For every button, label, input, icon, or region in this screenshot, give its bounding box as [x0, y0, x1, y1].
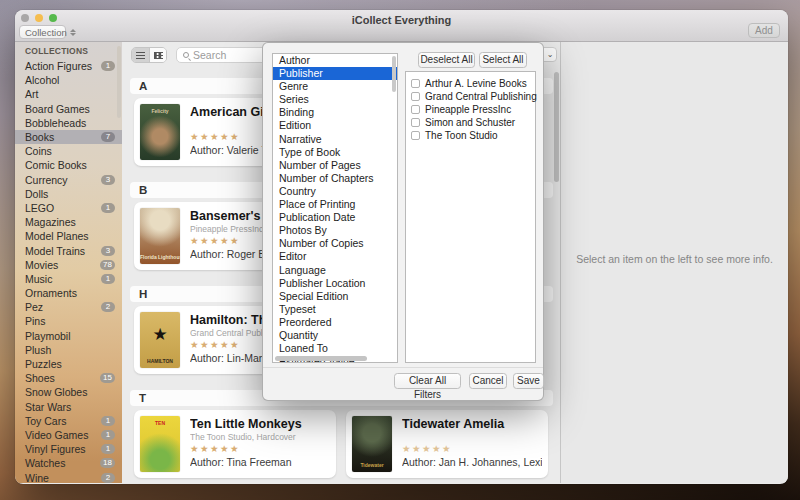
sidebar-item-puzzles[interactable]: Puzzles — [15, 357, 122, 371]
filter-field-publication-date[interactable]: Publication Date — [273, 211, 397, 224]
sidebar-item-wine[interactable]: Wine2 — [15, 470, 122, 483]
sidebar-item-comic-books[interactable]: Comic Books — [15, 158, 122, 172]
sidebar-item-shoes[interactable]: Shoes15 — [15, 371, 122, 385]
option-checkbox[interactable] — [411, 92, 420, 101]
sidebar-item-label: Coins — [25, 145, 52, 157]
add-button[interactable]: Add — [748, 23, 780, 38]
sidebar-item-label: Alcohol — [25, 74, 59, 86]
filter-field-publisher-location[interactable]: Publisher Location — [273, 277, 397, 290]
filter-field-number-of-chapters[interactable]: Number of Chapters — [273, 172, 397, 185]
filter-field-preordered[interactable]: Preordered — [273, 316, 397, 329]
filter-field-narrative[interactable]: Narrative — [273, 133, 397, 146]
option-checkbox[interactable] — [411, 105, 420, 114]
filter-field-series[interactable]: Series — [273, 93, 397, 106]
sidebar-item-label: Wine — [25, 472, 49, 483]
filter-field-binding[interactable]: Binding — [273, 106, 397, 119]
cancel-button[interactable]: Cancel — [469, 373, 507, 389]
book-card-tidewater-amelia[interactable]: TidewaterTidewater Amelia★★★★★Author: Ja… — [346, 410, 548, 478]
save-button[interactable]: Save — [513, 373, 544, 389]
filter-field-edition[interactable]: Edition — [273, 119, 397, 132]
list-scrollbar[interactable] — [554, 72, 559, 182]
filter-field-language[interactable]: Language — [273, 264, 397, 277]
filter-field-place-of-printing[interactable]: Place of Printing — [273, 198, 397, 211]
sidebar-item-dolls[interactable]: Dolls — [15, 187, 122, 201]
updown-arrows-icon — [70, 29, 76, 36]
filter-option-grand-central-publishing[interactable]: Grand Central Publishing — [411, 90, 535, 103]
field-list-scrollbar[interactable] — [392, 56, 396, 92]
filter-option-simon-and-schuster[interactable]: Simon and Schuster — [411, 116, 535, 129]
filter-field-country[interactable]: Country — [273, 185, 397, 198]
book-card-ten-little-monkeys[interactable]: TENTen Little MonkeysThe Toon Studio, Ha… — [134, 410, 336, 478]
option-checkbox[interactable] — [411, 79, 420, 88]
filter-field-typeset[interactable]: Typeset — [273, 303, 397, 316]
option-checkbox[interactable] — [411, 131, 420, 140]
count-badge: 78 — [100, 260, 115, 270]
sort-button[interactable]: ⌄ — [543, 47, 557, 62]
sidebar-item-art[interactable]: Art — [15, 87, 122, 101]
sidebar-item-pez[interactable]: Pez2 — [15, 300, 122, 314]
sidebar-item-alcohol[interactable]: Alcohol — [15, 73, 122, 87]
cards-row: TENTen Little MonkeysThe Toon Studio, Ha… — [130, 410, 553, 478]
sidebar-item-vinyl-figures[interactable]: Vinyl Figures1 — [15, 442, 122, 456]
sidebar-item-books[interactable]: Books7 — [15, 130, 122, 144]
filter-field-number-of-copies[interactable]: Number of Copies — [273, 237, 397, 250]
filter-option-pineapple-pressinc[interactable]: Pineapple PressInc — [411, 103, 535, 116]
sidebar-item-board-games[interactable]: Board Games — [15, 102, 122, 116]
sidebar-item-snow-globes[interactable]: Snow Globes — [15, 385, 122, 399]
sidebar-item-bobbleheads[interactable]: Bobbleheads — [15, 116, 122, 130]
sidebar-item-video-games[interactable]: Video Games1 — [15, 428, 122, 442]
filter-field-type-of-book[interactable]: Type of Book — [273, 146, 397, 159]
deselect-all-button[interactable]: Deselect All — [418, 52, 475, 68]
sidebar-item-star-wars[interactable]: Star Wars — [15, 400, 122, 414]
book-publisher: The Toon Studio, Hardcover — [190, 432, 330, 443]
sidebar-item-label: Snow Globes — [25, 386, 87, 398]
sidebar-item-lego[interactable]: LEGO1 — [15, 201, 122, 215]
filter-dialog: AuthorPublisherGenreSeriesBindingEdition… — [262, 42, 544, 401]
list-view-button[interactable] — [132, 48, 149, 62]
sidebar-item-action-figures[interactable]: Action Figures1 — [15, 59, 122, 73]
sidebar-item-model-planes[interactable]: Model Planes — [15, 229, 122, 243]
sidebar-item-watches[interactable]: Watches18 — [15, 456, 122, 470]
sidebar-item-currency[interactable]: Currency3 — [15, 173, 122, 187]
filter-field-number-of-pages[interactable]: Number of Pages — [273, 159, 397, 172]
sidebar-item-coins[interactable]: Coins — [15, 144, 122, 158]
sidebar-list: Action Figures1AlcoholArtBoard GamesBobb… — [15, 59, 122, 483]
sidebar-item-label: Board Games — [25, 103, 90, 115]
filter-option-arthur-a-levine-books[interactable]: Arthur A. Levine Books — [411, 77, 535, 90]
book-cover: TEN — [140, 416, 180, 472]
count-badge: 1 — [101, 430, 115, 440]
filter-field-special-edition[interactable]: Special Edition — [273, 290, 397, 303]
filter-field-genre[interactable]: Genre — [273, 80, 397, 93]
sidebar-scrollbar[interactable] — [117, 46, 121, 118]
option-checkbox[interactable] — [411, 118, 420, 127]
filter-field-loaned-to[interactable]: Loaned To — [273, 342, 397, 355]
rating-stars: ★★★★★ — [190, 443, 330, 456]
count-badge: 1 — [101, 61, 115, 71]
sidebar-item-music[interactable]: Music1 — [15, 272, 122, 286]
sidebar-item-toy-cars[interactable]: Toy Cars1 — [15, 414, 122, 428]
select-all-button[interactable]: Select All — [479, 52, 527, 68]
filter-field-author[interactable]: Author — [273, 54, 397, 67]
collection-dropdown[interactable]: Collection — [19, 25, 66, 39]
sidebar-item-model-trains[interactable]: Model Trains3 — [15, 243, 122, 257]
sidebar-item-movies[interactable]: Movies78 — [15, 258, 122, 272]
filter-field-quantity[interactable]: Quantity — [273, 329, 397, 342]
sidebar-item-ornaments[interactable]: Ornaments — [15, 286, 122, 300]
clear-all-filters-button[interactable]: Clear All Filters — [394, 373, 461, 389]
count-badge: 1 — [101, 416, 115, 426]
field-list-h-scrollbar[interactable] — [275, 356, 367, 361]
sidebar-item-playmobil[interactable]: Playmobil — [15, 329, 122, 343]
book-cover: Felicity — [140, 104, 180, 160]
filter-field-publisher[interactable]: Publisher — [273, 67, 397, 80]
cover-title-text: Florida Lighthouses — [140, 254, 180, 260]
count-badge: 7 — [101, 132, 115, 142]
sidebar-item-plush[interactable]: Plush — [15, 343, 122, 357]
filter-field-editor[interactable]: Editor — [273, 250, 397, 263]
grid-view-button[interactable] — [149, 48, 166, 62]
sidebar-item-label: Pez — [25, 301, 43, 313]
count-badge: 1 — [101, 274, 115, 284]
sidebar-item-magazines[interactable]: Magazines — [15, 215, 122, 229]
sidebar-item-pins[interactable]: Pins — [15, 314, 122, 328]
filter-field-photos-by[interactable]: Photos By — [273, 224, 397, 237]
filter-option-the-toon-studio[interactable]: The Toon Studio — [411, 129, 535, 142]
